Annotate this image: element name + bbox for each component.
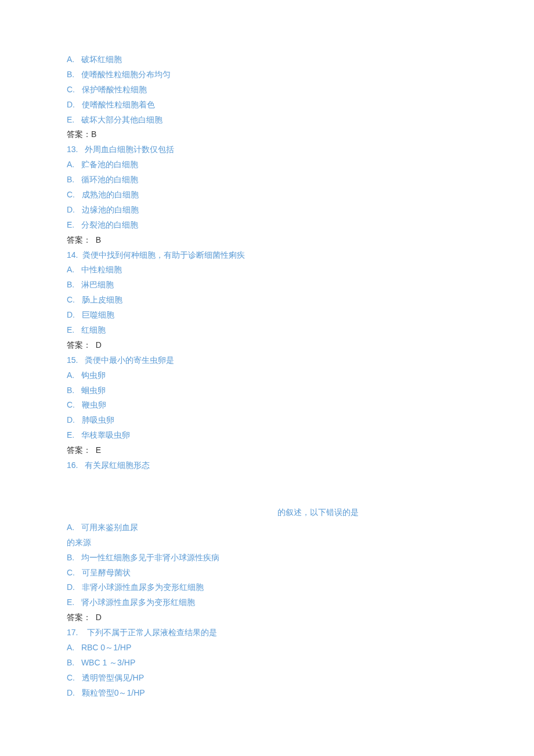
q14-stem: 14. 粪便中找到何种细胞，有助于诊断细菌性痢疾 xyxy=(67,248,467,263)
q13-answer: 答案： B xyxy=(67,233,467,248)
q15-option: E. 华枝睾吸虫卵 xyxy=(67,428,467,443)
q16-stem-part1: 16. 有关尿红细胞形态 xyxy=(67,458,467,473)
q16-stem-part2: 的叙述，以下错误的是 xyxy=(168,505,467,520)
q16-option-a-line1: A. 可用来鉴别血尿 xyxy=(67,520,467,535)
q16-answer: 答案： D xyxy=(67,610,467,625)
q12-answer: 答案：B xyxy=(67,127,467,142)
q15-option: C. 鞭虫卵 xyxy=(67,398,467,413)
q15-option: B. 蛔虫卵 xyxy=(67,383,467,398)
q14-option: A. 中性粒细胞 xyxy=(67,262,467,278)
q16-option: E. 肾小球源性血尿多为变形红细胞 xyxy=(67,595,467,610)
q13-stem: 13. 外周血白细胞计数仅包括 xyxy=(67,142,467,157)
q15-option: D. 肺吸虫卵 xyxy=(67,413,467,428)
q13-option: A. 贮备池的白细胞 xyxy=(67,157,467,172)
blank-spacer xyxy=(67,473,467,505)
q14-answer: 答案： D xyxy=(67,338,467,353)
q12-option: C. 保护嗜酸性粒细胞 xyxy=(67,82,467,98)
q14-option: C. 肠上皮细胞 xyxy=(67,293,467,308)
q16-option: C. 可呈酵母菌状 xyxy=(67,566,467,581)
q17-option: A. RBC 0～1/HP xyxy=(67,640,467,656)
q16-option: B. 均一性红细胞多见于非肾小球源性疾病 xyxy=(67,550,467,566)
q17-stem: 17. 下列不属于正常人尿液检查结果的是 xyxy=(67,625,467,640)
q12-option: E. 破坏大部分其他白细胞 xyxy=(67,113,467,128)
q15-option: A. 钩虫卵 xyxy=(67,368,467,383)
q14-option: E. 红细胞 xyxy=(67,323,467,338)
q17-option: D. 颗粒管型0～1/HP xyxy=(67,686,467,701)
q14-option: B. 淋巴细胞 xyxy=(67,278,467,293)
q13-option: D. 边缘池的白细胞 xyxy=(67,203,467,218)
q13-option: E. 分裂池的白细胞 xyxy=(67,218,467,233)
q12-option: A. 破坏红细胞 xyxy=(67,52,467,67)
q16-option: D. 非肾小球源性血尿多为变形红细胞 xyxy=(67,580,467,595)
q14-option: D. 巨噬细胞 xyxy=(67,308,467,323)
q12-option: B. 使嗜酸性粒细胞分布均匀 xyxy=(67,67,467,82)
q15-stem: 15. 粪便中最小的寄生虫卵是 xyxy=(67,353,467,368)
q13-option: C. 成熟池的白细胞 xyxy=(67,188,467,203)
q16-option-a-line2: 的来源 xyxy=(67,535,467,550)
q12-option: D. 使嗜酸性粒细胞着色 xyxy=(67,98,467,113)
q15-answer: 答案： E xyxy=(67,443,467,458)
q13-option: B. 循环池的白细胞 xyxy=(67,172,467,188)
q17-option: B. WBC 1 ～3/HP xyxy=(67,656,467,671)
q17-option: C. 透明管型偶见/HP xyxy=(67,671,467,686)
